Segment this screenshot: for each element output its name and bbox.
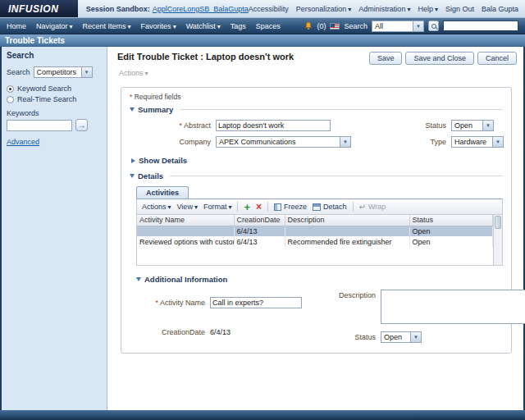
nav-item-spaces[interactable]: Spaces <box>256 22 281 30</box>
context-title: Trouble Tickets <box>5 36 65 45</box>
ticket-form: * Required fields Summary * Abstract Sta… <box>121 87 512 354</box>
search-go-button[interactable] <box>428 21 439 31</box>
column-header-status[interactable]: Status <box>409 215 493 226</box>
global-search-input[interactable] <box>443 21 518 31</box>
tab-activities[interactable]: Activities <box>136 186 189 199</box>
search-panel-header: Search <box>7 51 102 60</box>
dropdown-arrow-icon <box>410 332 421 342</box>
page-title: Edit Trouble Ticket : Laptop doesn't wor… <box>117 52 294 62</box>
nav-item-home[interactable]: Home <box>7 22 26 30</box>
cell-creation-date: 6/4/13 <box>234 226 285 236</box>
saved-search-select[interactable]: Competitors <box>34 66 93 78</box>
nav-item-favorites[interactable]: Favorites <box>141 22 176 30</box>
status-value: Open <box>452 121 482 130</box>
additional-info-left: * Activity Name CreationDate 6/4/13 <box>138 290 308 343</box>
nav-item-navigator[interactable]: Navigator <box>36 22 73 30</box>
table-vertical-scrollbar[interactable] <box>493 215 502 265</box>
freeze-button[interactable]: Freeze <box>274 203 307 211</box>
abstract-input[interactable] <box>216 120 331 131</box>
collapse-chevron-icon <box>130 174 135 178</box>
add-activity-button[interactable]: + <box>244 203 250 211</box>
table-row[interactable]: Reviewed options with customer 6/4/13 Re… <box>137 236 493 247</box>
locale-flag-icon[interactable] <box>330 23 340 30</box>
nav-item-recent-items[interactable]: Recent Items <box>83 22 131 30</box>
abstract-label: * Abstract <box>141 121 211 130</box>
required-note-text: Required fields <box>135 93 181 101</box>
company-select[interactable]: APEX Communications <box>216 136 351 148</box>
creation-date-value: 6/4/13 <box>210 328 308 336</box>
keywords-row: → <box>7 119 102 131</box>
session-sandbox-link[interactable]: ApplCoreLongSB_BalaGupta <box>153 5 249 13</box>
nav-right-cluster: (0) Search All <box>304 21 518 32</box>
save-button[interactable]: Save <box>369 52 403 65</box>
cell-description <box>285 226 409 236</box>
keywords-go-button[interactable]: → <box>75 119 88 131</box>
keyword-search-radio[interactable] <box>7 85 14 93</box>
keyword-search-radio-label: Keyword Search <box>17 84 71 93</box>
additional-info-title: Additional Information <box>144 275 227 284</box>
scrollbar-thumb[interactable] <box>495 216 501 229</box>
context-title-bar: Trouble Tickets <box>0 34 525 47</box>
personalization-menu[interactable]: Personalization <box>296 5 352 13</box>
advanced-search-link[interactable]: Advanced <box>7 138 39 146</box>
section-rule <box>180 109 503 110</box>
type-value: Hardware <box>452 137 492 147</box>
toolbar-separator <box>353 202 354 212</box>
additional-info-form: * Activity Name CreationDate 6/4/13 Desc… <box>138 290 503 343</box>
page-actions-menu[interactable]: Actions <box>107 65 523 77</box>
realtime-search-radio[interactable] <box>7 96 14 103</box>
type-select[interactable]: Hardware <box>451 136 504 148</box>
infusion-logo: INFUSION <box>0 0 78 17</box>
summary-section-header[interactable]: Summary <box>130 105 503 114</box>
dropdown-arrow-icon <box>492 137 503 147</box>
required-marker: * <box>179 121 182 130</box>
administration-menu[interactable]: Administration <box>358 5 410 13</box>
activity-status-value: Open <box>381 332 410 342</box>
status-label: Status <box>397 121 446 130</box>
notification-count: (0) <box>317 22 326 30</box>
wrap-button[interactable]: ↵ Wrap <box>359 203 386 211</box>
activity-status-select[interactable]: Open <box>381 331 422 343</box>
saved-search-value: Competitors <box>34 67 81 77</box>
saved-search-row: Search Competitors <box>7 66 102 78</box>
global-search-label: Search <box>344 22 368 30</box>
activity-name-input[interactable] <box>210 297 302 308</box>
column-header-activity-name[interactable]: Activity Name <box>137 215 234 226</box>
table-format-menu[interactable]: Format <box>203 203 232 211</box>
required-fields-note: * Required fields <box>130 93 503 101</box>
column-header-creation-date[interactable]: CreationDate <box>234 215 285 226</box>
show-details-toggle[interactable]: Show Details <box>131 156 503 165</box>
notifications-bell-icon[interactable] <box>304 21 313 30</box>
details-section-header[interactable]: Details <box>130 171 503 180</box>
accessibility-link[interactable]: Accessibility <box>249 5 289 13</box>
save-and-close-button[interactable]: Save and Close <box>405 52 474 65</box>
cancel-button[interactable]: Cancel <box>477 52 517 65</box>
detach-label: Detach <box>323 203 347 211</box>
table-view-menu[interactable]: View <box>177 203 198 211</box>
description-textarea[interactable] <box>381 290 525 324</box>
additional-info-header[interactable]: Additional Information <box>136 275 503 284</box>
keywords-label: Keywords <box>7 109 102 117</box>
keywords-input[interactable] <box>7 120 72 131</box>
table-actions-menu[interactable]: Actions <box>142 203 171 211</box>
collapse-chevron-icon <box>130 107 135 112</box>
global-header: INFUSION Session Sandbox: ApplCoreLongSB… <box>0 0 525 18</box>
delete-activity-button[interactable]: × <box>256 203 262 211</box>
page-action-buttons: Save Save and Close Cancel <box>369 52 517 65</box>
nav-item-tags[interactable]: Tags <box>231 22 246 30</box>
table-row-selected[interactable]: 6/4/13 Open <box>137 226 493 236</box>
wrap-icon: ↵ <box>359 203 366 211</box>
help-menu[interactable]: Help <box>418 5 438 13</box>
search-scope-value: All <box>372 21 413 31</box>
column-header-description[interactable]: Description <box>285 215 409 226</box>
freeze-label: Freeze <box>284 203 307 211</box>
section-rule <box>170 176 503 176</box>
detach-button[interactable]: Detach <box>313 203 347 211</box>
table-header-row: Activity Name CreationDate Description S… <box>137 215 493 226</box>
content-region: Search Search Competitors Keyword Search… <box>0 47 525 410</box>
sign-out-link[interactable]: Sign Out <box>445 5 474 13</box>
nav-item-watchlist[interactable]: Watchlist <box>186 22 221 30</box>
status-select[interactable]: Open <box>451 120 494 131</box>
collapse-chevron-icon <box>136 277 141 281</box>
search-scope-select[interactable]: All <box>372 21 424 32</box>
